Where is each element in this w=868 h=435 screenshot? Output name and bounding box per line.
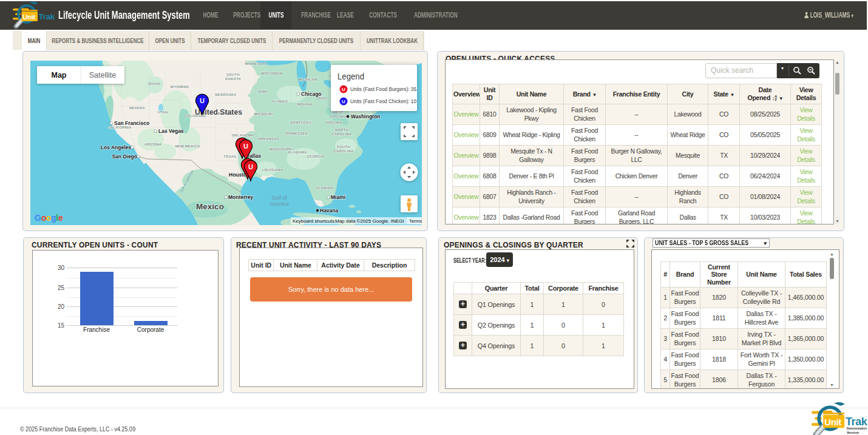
- svg-text:Unit: Unit: [22, 13, 36, 21]
- svg-text:Demonstration: Demonstration: [847, 427, 867, 430]
- svg-text:l: l: [56, 213, 58, 223]
- svg-text:IOWA: IOWA: [258, 90, 268, 93]
- svg-text:SOUTH: SOUTH: [226, 73, 240, 76]
- svg-text:Corporate: Corporate: [137, 326, 164, 333]
- svg-text:Map data ©2025 Google, INEGI: Map data ©2025 Google, INEGI: [335, 218, 404, 224]
- svg-text:Las Vegas: Las Vegas: [158, 128, 184, 134]
- svg-text:NEW MEXICO: NEW MEXICO: [175, 144, 200, 148]
- svg-text:KENTUCKY: KENTUCKY: [291, 121, 312, 124]
- svg-text:ILLINOIS: ILLINOIS: [272, 99, 288, 103]
- svg-text:ARKANSAS: ARKANSAS: [257, 137, 279, 141]
- svg-text:San Francisco: San Francisco: [114, 120, 149, 126]
- svg-text:VIRGINIA: VIRGINIA: [325, 121, 343, 124]
- svg-text:o: o: [41, 213, 46, 223]
- svg-text:SOUTH: SOUTH: [337, 145, 350, 149]
- svg-text:Washington: Washington: [351, 113, 380, 120]
- svg-text:U: U: [243, 143, 248, 150]
- svg-text:o: o: [46, 213, 51, 223]
- svg-text:WISCONSIN: WISCONSIN: [261, 72, 283, 75]
- svg-text:Legend: Legend: [337, 71, 364, 81]
- svg-text:Units (Fast Food Chicken): 10: Units (Fast Food Chicken): 10: [350, 98, 416, 104]
- svg-text:NORTH: NORTH: [335, 128, 348, 132]
- svg-text:MISSOURI: MISSOURI: [254, 112, 273, 116]
- svg-text:g: g: [51, 213, 56, 223]
- svg-text:VIRGINIA: VIRGINIA: [330, 115, 347, 118]
- svg-text:TEXAS: TEXAS: [224, 155, 237, 158]
- svg-text:Gulf of: Gulf of: [271, 195, 287, 201]
- svg-text:OKLAHOMA: OKLAHOMA: [232, 133, 254, 137]
- svg-text:Map: Map: [52, 71, 67, 79]
- svg-text:America: America: [270, 201, 288, 207]
- svg-text:U: U: [342, 99, 345, 104]
- svg-text:CAROLINA: CAROLINA: [334, 149, 354, 153]
- svg-text:30: 30: [58, 265, 65, 271]
- svg-text:Chicago: Chicago: [301, 91, 322, 97]
- svg-text:IDAHO: IDAHO: [148, 82, 160, 86]
- svg-text:ALABAMA: ALABAMA: [288, 150, 307, 154]
- svg-text:NEBRASKA: NEBRASKA: [215, 93, 237, 96]
- svg-text:U: U: [200, 97, 205, 104]
- svg-text:25: 25: [58, 285, 65, 291]
- svg-text:Trak: Trak: [39, 12, 55, 21]
- svg-text:U: U: [342, 87, 345, 92]
- svg-text:San Diego: San Diego: [112, 153, 137, 160]
- svg-text:Havana: Havana: [320, 207, 339, 214]
- svg-text:MINNESOTA: MINNESOTA: [245, 62, 268, 66]
- svg-text:Units (Fast Food Burgers): 35: Units (Fast Food Burgers): 35: [350, 86, 416, 92]
- svg-text:G: G: [35, 213, 41, 223]
- svg-text:UTAH: UTAH: [158, 110, 168, 114]
- svg-text:NEVADA: NEVADA: [129, 106, 145, 110]
- svg-text:LOUISIANA: LOUISIANA: [262, 168, 283, 172]
- svg-text:Mexico: Mexico: [196, 202, 224, 211]
- svg-text:Keyboard shortcuts: Keyboard shortcuts: [293, 218, 334, 224]
- svg-text:Satellite: Satellite: [89, 71, 117, 79]
- svg-text:15: 15: [58, 322, 65, 329]
- svg-text:Terms: Terms: [409, 218, 422, 224]
- svg-text:Los Angeles: Los Angeles: [101, 144, 131, 150]
- svg-text:U: U: [248, 163, 253, 170]
- svg-text:FLORIDA: FLORIDA: [316, 186, 333, 190]
- svg-text:Version: Version: [847, 431, 860, 434]
- svg-text:Monterrey: Monterrey: [228, 194, 253, 200]
- svg-text:20: 20: [58, 303, 65, 310]
- svg-text:DAKOTA: DAKOTA: [225, 77, 242, 81]
- svg-text:GEORGIA: GEORGIA: [307, 155, 325, 158]
- svg-text:Franchise: Franchise: [83, 326, 110, 333]
- svg-text:Miami: Miami: [331, 194, 345, 200]
- svg-text:TENNESSEE: TENNESSEE: [285, 132, 308, 135]
- svg-text:ARIZONA: ARIZONA: [144, 143, 162, 146]
- svg-text:CAROLINA: CAROLINA: [332, 132, 353, 136]
- svg-text:INDIANA: INDIANA: [297, 103, 313, 106]
- svg-text:e: e: [58, 213, 63, 223]
- svg-text:MICHIGAN: MICHIGAN: [298, 78, 317, 81]
- svg-text:WYOMING: WYOMING: [170, 85, 189, 89]
